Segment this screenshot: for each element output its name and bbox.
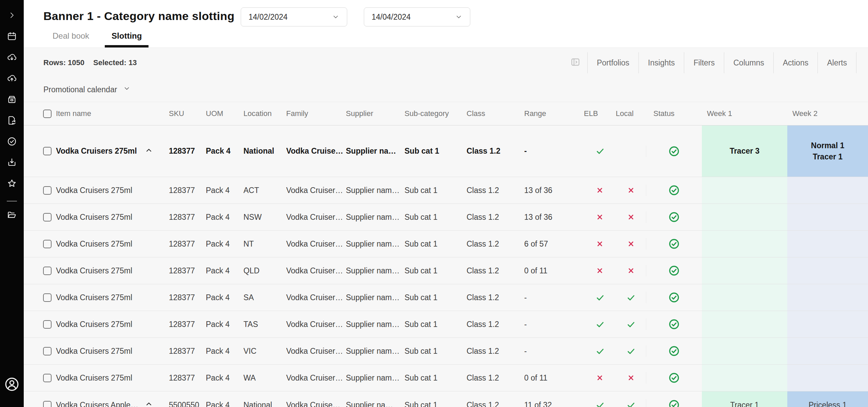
collapse-row-icon[interactable] (145, 146, 153, 156)
column-header-class[interactable]: Class (467, 109, 524, 118)
table-row: Vodka Cruisers 275ml128377Pack 4ACTVodka… (24, 177, 868, 204)
row-checkbox[interactable] (43, 267, 52, 275)
sidebar-item-chevron-right[interactable] (5, 9, 18, 22)
column-header-sku[interactable]: SKU (169, 109, 206, 118)
check-icon (595, 147, 605, 156)
cell-week-1[interactable] (702, 177, 787, 204)
cell-sku: 128377 (169, 293, 206, 302)
cell-week-2[interactable] (787, 311, 868, 337)
column-header-location[interactable]: Location (243, 109, 286, 118)
sidebar-item-file-sync[interactable] (5, 115, 18, 128)
column-header-elb[interactable]: ELB (584, 109, 616, 118)
row-checkbox[interactable] (43, 401, 52, 407)
toolbar-button-actions[interactable]: Actions (774, 52, 818, 73)
row-checkbox[interactable] (43, 293, 52, 302)
cell-week-2[interactable] (787, 231, 868, 257)
sidebar-item-cloud-download[interactable] (5, 52, 18, 64)
row-checkbox[interactable] (43, 213, 52, 221)
cell-location: NSW (243, 213, 286, 222)
column-header-sub-category[interactable]: Sub-category (405, 109, 467, 118)
column-header-week-1[interactable]: Week 1 (702, 109, 787, 118)
sidebar-item-user-circle[interactable] (5, 379, 18, 391)
sidebar-item-calendar[interactable] (5, 31, 18, 43)
status-ok-icon (668, 211, 680, 223)
cell-week-1[interactable] (702, 204, 787, 230)
cell-week-1[interactable] (702, 338, 787, 364)
collapse-row-icon[interactable] (145, 400, 153, 407)
row-checkbox[interactable] (43, 240, 52, 248)
row-checkbox[interactable] (43, 186, 52, 195)
sidebar-item-archive-box[interactable] (5, 94, 18, 106)
cell-week-2[interactable] (787, 204, 868, 230)
row-checkbox[interactable] (43, 320, 52, 329)
toolbar-button-columns[interactable]: Columns (724, 52, 774, 73)
cell-week-1[interactable] (702, 365, 787, 391)
cell-elb (584, 267, 616, 274)
date-from-dropdown[interactable]: 14/02/2024 (241, 7, 347, 26)
cell-week-1[interactable]: Tracer 3 (702, 125, 787, 177)
column-header-week-2[interactable]: Week 2 (787, 109, 868, 118)
toolbar-button-alerts[interactable]: Alerts (818, 52, 856, 73)
row-checkbox[interactable] (43, 147, 52, 155)
cell-week-1[interactable] (702, 284, 787, 311)
cell-class: Class 1.2 (467, 293, 524, 302)
toolbar-button-insights[interactable]: Insights (639, 52, 684, 73)
date-to-dropdown[interactable]: 14/04/2024 (364, 7, 470, 26)
select-all-checkbox[interactable] (43, 110, 52, 118)
chevron-down-icon (332, 13, 339, 21)
cell-week-2[interactable] (787, 257, 868, 284)
cell-elb (584, 187, 616, 194)
toolbar-button-portfolios[interactable]: Portfolios (588, 52, 639, 73)
cell-week-2[interactable]: Priceless 1 (787, 391, 868, 407)
cell-week-1[interactable]: Tracer 1 (702, 391, 787, 407)
check-circle-icon (7, 136, 17, 148)
table-row: Vodka Cruisers 275ml128377Pack 4VICVodka… (24, 338, 868, 365)
cell-week-1[interactable] (702, 231, 787, 257)
cell-family: Vodka Cruiser… (286, 266, 346, 275)
tab-slotting[interactable]: Slotting (112, 31, 142, 47)
column-header-family[interactable]: Family (286, 109, 346, 118)
sidebar-item-check-circle[interactable] (5, 136, 18, 149)
cell-local (616, 320, 646, 329)
cell-week-1[interactable] (702, 311, 787, 337)
cell-week-2[interactable] (787, 177, 868, 204)
cell-week-2[interactable]: Normal 1Tracer 1 (787, 125, 868, 177)
table-header-row: Item name SKU UOM Location Family Suppli… (24, 102, 868, 125)
cell-item-name: Vodka Cruisers Apple… (56, 401, 145, 407)
cell-week-2[interactable] (787, 338, 868, 364)
cell-sub-category: Sub cat 1 (405, 347, 467, 356)
cell-week-2[interactable] (787, 365, 868, 391)
cell-class: Class 1.2 (467, 266, 524, 275)
column-header-status[interactable]: Status (646, 109, 702, 118)
cell-range: 0 of 11 (524, 266, 584, 275)
row-checkbox[interactable] (43, 347, 52, 355)
cell-week-2[interactable] (787, 284, 868, 311)
column-header-local[interactable]: Local (616, 109, 646, 118)
sidebar-item-download-tray[interactable] (5, 157, 18, 170)
sidebar-item-cloud-upload[interactable] (5, 73, 18, 85)
cell-location: NT (243, 239, 286, 249)
column-header-supplier[interactable]: Supplier (346, 109, 405, 118)
column-header-uom[interactable]: UOM (206, 109, 243, 118)
cell-family: Vodka Cruise… (286, 147, 346, 156)
view-selector[interactable]: Promotional calendar (43, 78, 131, 101)
column-header-item-name[interactable]: Item name (56, 109, 145, 118)
tab-deal-book[interactable]: Deal book (53, 31, 89, 47)
sidebar-item-star[interactable] (5, 178, 18, 191)
cell-uom: Pack 4 (206, 147, 243, 156)
check-icon (595, 347, 605, 356)
cell-range: - (524, 147, 584, 156)
cell-class: Class 1.2 (467, 186, 524, 195)
sidebar-item-folder-open[interactable] (5, 209, 18, 222)
cell-sku: 128377 (169, 147, 206, 156)
column-header-range[interactable]: Range (524, 109, 584, 118)
cloud-download-icon (7, 52, 17, 64)
promo-slot-label: Tracer 1 (730, 400, 759, 407)
cell-sub-category: Sub cat 1 (405, 293, 467, 302)
cell-week-1[interactable] (702, 257, 787, 284)
cell-supplier: Supplier nam… (346, 213, 405, 222)
check-icon (626, 401, 635, 407)
row-checkbox[interactable] (43, 374, 52, 382)
expand-panel-button[interactable] (564, 52, 588, 73)
toolbar-button-filters[interactable]: Filters (684, 52, 724, 73)
